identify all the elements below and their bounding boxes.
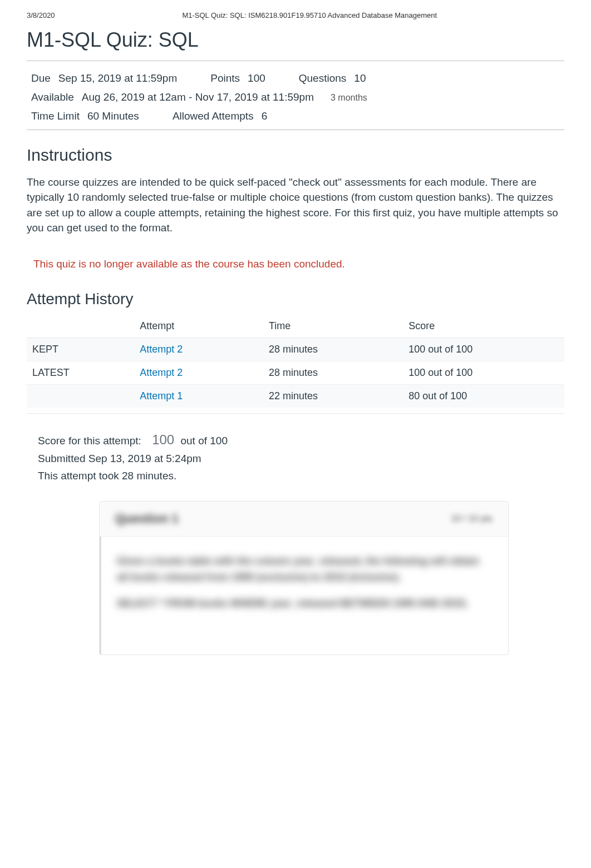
cell-time: 28 minutes — [263, 361, 403, 384]
score-suffix: out of 100 — [180, 435, 228, 447]
table-row: KEPT Attempt 2 28 minutes 100 out of 100 — [27, 338, 564, 361]
question-title: Question 1 — [115, 512, 179, 526]
meta-allowed-attempts-label: Allowed Attempts — [173, 107, 254, 126]
meta-points-value: 100 — [248, 69, 265, 88]
meta-time-limit: Time Limit 60 Minutes — [31, 107, 139, 126]
question-text-1: Given a books table with the column year… — [117, 553, 493, 586]
question-header: Question 1 10 / 10 pts — [100, 502, 508, 537]
quiz-meta: Due Sep 15, 2019 at 11:59pm Points 100 Q… — [27, 66, 564, 130]
meta-questions: Questions 10 — [299, 69, 366, 88]
meta-available: Available Aug 26, 2019 at 12am - Nov 17,… — [31, 88, 367, 107]
meta-questions-label: Questions — [299, 69, 347, 88]
instructions-body: The course quizzes are intended to be qu… — [27, 175, 564, 236]
cell-status — [27, 384, 134, 408]
meta-available-label: Available — [31, 88, 74, 107]
page-title: M1-SQL Quiz: SQL — [27, 28, 564, 52]
table-row: Attempt 1 22 minutes 80 out of 100 — [27, 384, 564, 408]
divider — [27, 61, 564, 61]
cell-score: 80 out of 100 — [403, 384, 564, 408]
question-block: Question 1 10 / 10 pts Given a books tab… — [99, 501, 509, 655]
question-body: Given a books table with the column year… — [100, 537, 508, 654]
meta-due-value: Sep 15, 2019 at 11:59pm — [58, 69, 177, 88]
cell-time: 22 minutes — [263, 384, 403, 408]
instructions-heading: Instructions — [27, 146, 564, 165]
meta-points-label: Points — [210, 69, 240, 88]
meta-questions-value: 10 — [354, 69, 366, 88]
table-header-row: Attempt Time Score — [27, 315, 564, 338]
question-points: 10 / 10 pts — [451, 514, 493, 524]
print-course-line: M1-SQL Quiz: SQL: ISM6218.901F19.95710 A… — [55, 11, 564, 19]
meta-time-limit-value: 60 Minutes — [87, 107, 139, 126]
attempt-link[interactable]: Attempt 2 — [140, 344, 183, 355]
attempt-link[interactable]: Attempt 1 — [140, 390, 183, 401]
attempt-history-table: Attempt Time Score KEPT Attempt 2 28 min… — [27, 315, 564, 408]
col-time: Time — [263, 315, 403, 338]
print-header: 3/8/2020 M1-SQL Quiz: SQL: ISM6218.901F1… — [0, 0, 591, 24]
col-attempt: Attempt — [134, 315, 263, 338]
meta-time-limit-label: Time Limit — [31, 107, 80, 126]
quiz-concluded-alert: This quiz is no longer available as the … — [27, 254, 564, 275]
col-score: Score — [403, 315, 564, 338]
cell-time: 28 minutes — [263, 338, 403, 361]
cell-score: 100 out of 100 — [403, 338, 564, 361]
cell-status: KEPT — [27, 338, 134, 361]
score-summary: Score for this attempt: 100 out of 100 S… — [27, 424, 564, 490]
meta-due: Due Sep 15, 2019 at 11:59pm — [31, 69, 177, 88]
meta-due-label: Due — [31, 69, 51, 88]
col-status — [27, 315, 134, 338]
attempt-history-heading: Attempt History — [27, 290, 564, 308]
attempt-link[interactable]: Attempt 2 — [140, 367, 183, 378]
table-row: LATEST Attempt 2 28 minutes 100 out of 1… — [27, 361, 564, 384]
meta-available-duration: 3 months — [331, 90, 367, 106]
cell-status: LATEST — [27, 361, 134, 384]
question-text-2: SELECT * FROM books WHERE year_released … — [117, 596, 493, 612]
divider — [27, 413, 564, 414]
score-label: Score for this attempt: — [38, 435, 141, 447]
meta-allowed-attempts: Allowed Attempts 6 — [173, 107, 267, 126]
print-date: 3/8/2020 — [27, 11, 55, 19]
meta-available-value: Aug 26, 2019 at 12am - Nov 17, 2019 at 1… — [82, 88, 314, 107]
submitted-line: Submitted Sep 13, 2019 at 5:24pm — [38, 450, 553, 467]
cell-score: 100 out of 100 — [403, 361, 564, 384]
score-value: 100 — [152, 432, 174, 447]
divider — [27, 130, 564, 130]
meta-allowed-attempts-value: 6 — [262, 107, 268, 126]
meta-points: Points 100 — [210, 69, 265, 88]
duration-line: This attempt took 28 minutes. — [38, 468, 553, 484]
